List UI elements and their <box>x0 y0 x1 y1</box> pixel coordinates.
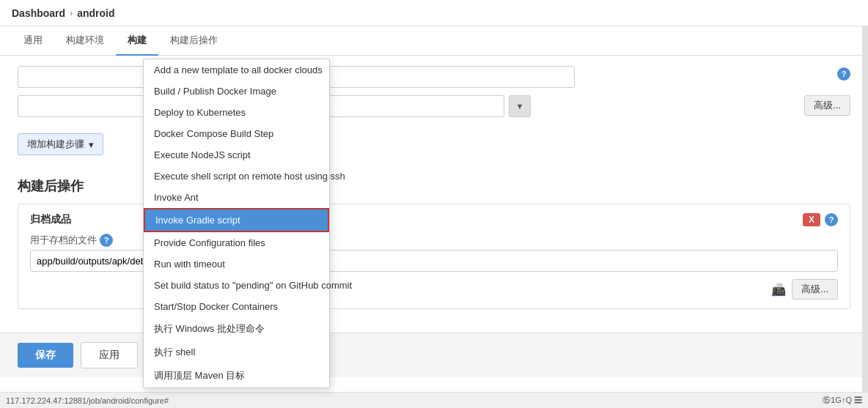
dropdown-item-windows-batch[interactable]: 执行 Windows 批处理命令 <box>144 317 329 341</box>
fax-icon: 📠 <box>771 283 786 297</box>
breadcrumb-separator: › <box>70 8 73 18</box>
status-url: 117.172.224.47:12881/job/android/configu… <box>6 396 169 405</box>
top-bar: Dashboard › android <box>0 0 868 26</box>
tab-build[interactable]: 构建 <box>116 26 158 56</box>
page-wrapper: Dashboard › android 通用 构建环境 构建 构建后操作 ? <box>0 0 868 408</box>
add-step-arrow: ▾ <box>89 139 94 150</box>
footer-bar: 保存 应用 <box>0 333 868 377</box>
content-panel: ? ▼ 高级... 增加构建步骤 ▾ <box>0 56 868 333</box>
dropdown-item-add-template[interactable]: Add a new template to all docker clouds <box>144 59 329 81</box>
dropdown-item-invoke-gradle[interactable]: Invoke Gradle script <box>144 208 329 232</box>
save-button[interactable]: 保存 <box>18 343 73 368</box>
card-actions: X ? <box>803 213 838 226</box>
help-icon[interactable]: ? <box>837 67 850 81</box>
tab-general[interactable]: 通用 <box>12 26 54 56</box>
dropdown-item-run-timeout[interactable]: Run with timeout <box>144 253 329 275</box>
advanced-button-build[interactable]: 高级... <box>804 95 850 116</box>
tab-post-build[interactable]: 构建后操作 <box>158 26 229 56</box>
breadcrumb: Dashboard › android <box>12 7 114 19</box>
dropdown-item-provide-config[interactable]: Provide Configuration files <box>144 232 329 253</box>
dropdown-item-invoke-ant[interactable]: Invoke Ant <box>144 187 329 208</box>
breadcrumb-dashboard[interactable]: Dashboard <box>12 7 65 19</box>
right-scrollbar[interactable] <box>862 26 868 392</box>
apply-button[interactable]: 应用 <box>81 342 138 368</box>
dropdown-arrow-icon: ▼ <box>516 102 524 111</box>
dropdown-item-build-publish-docker[interactable]: Build / Publish Docker Image <box>144 81 329 102</box>
archive-advanced-button[interactable]: 高级... <box>792 279 838 300</box>
build-help-icon[interactable]: ? <box>837 67 850 81</box>
status-right: ⑮1G↑Q ☰ <box>823 395 862 406</box>
tab-env[interactable]: 构建环境 <box>54 26 116 56</box>
tabs-bar: 通用 构建环境 构建 构建后操作 <box>0 26 868 56</box>
status-bar: 117.172.224.47:12881/job/android/configu… <box>0 392 868 408</box>
dropdown-item-deploy-kubernetes[interactable]: Deploy to Kubernetes <box>144 102 329 123</box>
add-step-label: 增加构建步骤 <box>27 138 84 151</box>
card-title: 归档成品 <box>30 213 71 226</box>
dropdown-menu: Add a new template to all docker cloudsB… <box>143 59 330 388</box>
dropdown-item-execute-shell-ssh[interactable]: Execute shell script on remote host usin… <box>144 166 329 187</box>
breadcrumb-project[interactable]: android <box>77 7 114 19</box>
archive-field-help-icon[interactable]: ? <box>100 234 113 247</box>
add-build-step-button[interactable]: 增加构建步骤 ▾ <box>18 133 103 155</box>
dropdown-item-start-stop-docker[interactable]: Start/Stop Docker Containers <box>144 296 329 317</box>
dropdown-item-docker-compose[interactable]: Docker Compose Build Step <box>144 123 329 144</box>
dropdown-item-invoke-maven[interactable]: 调用顶层 Maven 目标 <box>144 364 329 387</box>
dropdown-item-set-build-status[interactable]: Set build status to "pending" on GitHub … <box>144 275 329 296</box>
archive-help-icon[interactable]: ? <box>825 213 838 226</box>
delete-card-button[interactable]: X <box>803 213 820 226</box>
dropdown-arrow-btn[interactable]: ▼ <box>509 95 531 117</box>
dropdown-item-execute-shell[interactable]: 执行 shell <box>144 341 329 364</box>
dropdown-item-execute-nodejs[interactable]: Execute NodeJS script <box>144 144 329 166</box>
